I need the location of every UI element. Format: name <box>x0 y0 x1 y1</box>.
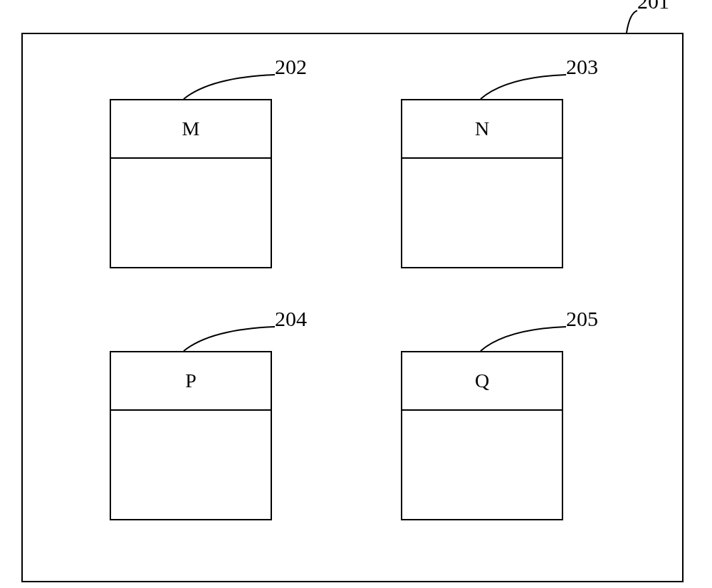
box-p: P <box>110 351 272 520</box>
callout-line-m <box>177 68 282 106</box>
box-q: Q <box>401 351 563 520</box>
diagram-canvas: 201 MNPQ 202203204205 <box>0 0 712 588</box>
box-header-q: Q <box>402 352 562 411</box>
ref-label-q: 205 <box>566 307 598 331</box>
ref-label-n: 203 <box>566 55 598 79</box>
box-m: M <box>110 99 272 268</box>
box-letter-n: N <box>475 117 489 140</box>
outer-ref-label: 201 <box>637 0 669 14</box>
box-n: N <box>401 99 563 268</box>
box-letter-q: Q <box>475 369 489 392</box>
box-header-p: P <box>111 352 271 411</box>
callout-line-q <box>473 320 573 358</box>
ref-label-p: 204 <box>275 307 307 331</box>
box-letter-p: P <box>185 369 197 392</box>
box-letter-m: M <box>182 117 200 140</box>
box-header-m: M <box>111 100 271 159</box>
box-header-n: N <box>402 100 562 159</box>
callout-line-p <box>177 320 282 358</box>
callout-line-n <box>473 68 573 106</box>
ref-label-m: 202 <box>275 55 307 79</box>
